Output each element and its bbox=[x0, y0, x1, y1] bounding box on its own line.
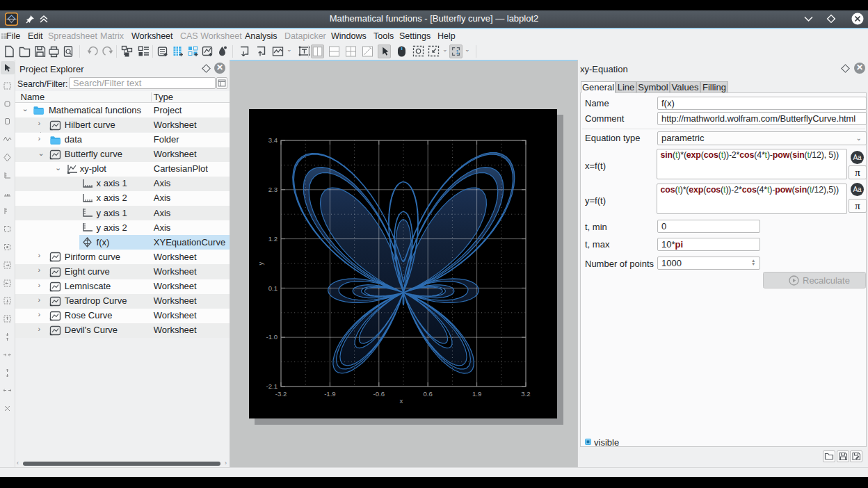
svg-text:-2.1: -2.1 bbox=[266, 382, 278, 390]
svg-text:x: x bbox=[400, 397, 403, 405]
svg-text:1.2: 1.2 bbox=[268, 235, 278, 243]
svg-text:-0.6: -0.6 bbox=[373, 390, 385, 398]
svg-text:1.9: 1.9 bbox=[472, 390, 481, 398]
svg-text:3.4: 3.4 bbox=[268, 136, 278, 144]
svg-text:0.1: 0.1 bbox=[268, 284, 278, 292]
svg-text:0.6: 0.6 bbox=[424, 390, 433, 398]
svg-text:3.2: 3.2 bbox=[521, 390, 530, 398]
svg-text:-1.0: -1.0 bbox=[266, 333, 278, 341]
svg-text:2.3: 2.3 bbox=[268, 186, 278, 193]
svg-text:y: y bbox=[257, 261, 264, 265]
svg-text:-3.2: -3.2 bbox=[275, 390, 287, 398]
svg-text:1: 1 bbox=[456, 48, 459, 56]
svg-text:-1.9: -1.9 bbox=[324, 390, 336, 398]
